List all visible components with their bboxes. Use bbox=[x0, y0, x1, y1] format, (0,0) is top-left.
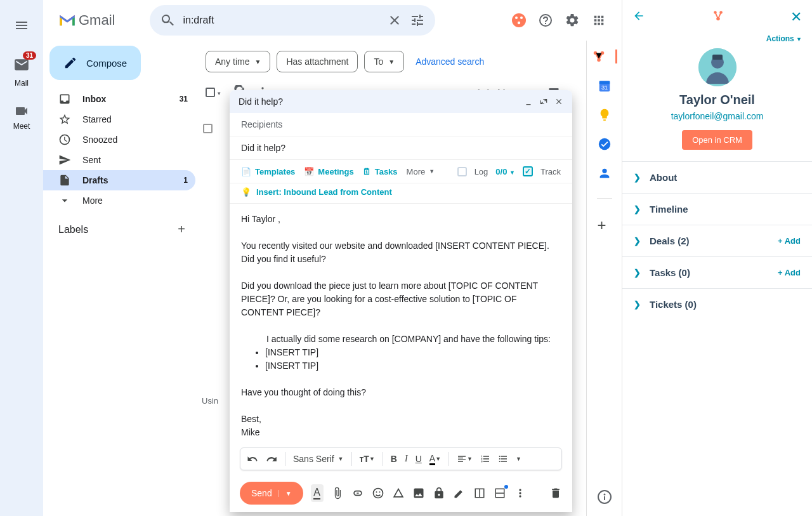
send-button[interactable]: Send▼ bbox=[240, 482, 303, 505]
font-size-icon[interactable]: тT ▼ bbox=[360, 454, 375, 464]
contact-avatar bbox=[698, 48, 737, 86]
svg-rect-20 bbox=[712, 55, 723, 60]
insert-snippet-row[interactable]: 💡 Insert: Inbound Lead from Content bbox=[230, 183, 572, 204]
compose-body[interactable]: Hi Taylor , You recently visited our web… bbox=[230, 204, 572, 442]
compose-header[interactable]: Did it help? bbox=[230, 90, 572, 113]
chip-to[interactable]: To▼ bbox=[364, 51, 404, 72]
add-label-icon[interactable]: + bbox=[178, 222, 185, 237]
link-icon[interactable] bbox=[351, 487, 364, 499]
discard-icon[interactable] bbox=[549, 487, 562, 499]
section-tasks[interactable]: ❯Tasks (0)+ Add bbox=[622, 256, 812, 288]
subject-field[interactable]: Did it help? bbox=[230, 136, 572, 160]
templates-button[interactable]: 📄Templates bbox=[241, 167, 295, 176]
search-input[interactable] bbox=[183, 15, 382, 26]
open-in-crm-button[interactable]: Open in CRM bbox=[682, 130, 752, 150]
tasks-rail-icon[interactable] bbox=[598, 137, 612, 151]
settings-icon[interactable] bbox=[565, 13, 580, 28]
nav-drafts-count: 1 bbox=[183, 176, 188, 185]
hubspot-back-icon[interactable] bbox=[632, 10, 645, 25]
add-task-link[interactable]: + Add bbox=[778, 268, 801, 277]
gmail-logo[interactable]: Gmail bbox=[58, 12, 115, 29]
tasks-button[interactable]: 🗓Tasks bbox=[363, 167, 398, 176]
section-tickets[interactable]: ❯Tickets (0) bbox=[622, 288, 812, 320]
section-timeline[interactable]: ❯Timeline bbox=[622, 193, 812, 225]
add-rail-icon[interactable]: + bbox=[598, 216, 612, 230]
bullet-list-icon[interactable] bbox=[498, 454, 508, 464]
meetings-button[interactable]: 📅Meetings bbox=[304, 167, 353, 176]
chevron-right-icon: ❯ bbox=[634, 236, 641, 246]
nav-drafts[interactable]: Drafts 1 bbox=[43, 170, 195, 190]
attach-icon[interactable] bbox=[331, 487, 344, 499]
image-icon[interactable] bbox=[412, 487, 425, 499]
hamburger-menu[interactable] bbox=[9, 13, 34, 41]
select-caret[interactable] bbox=[215, 88, 221, 97]
nav-sent[interactable]: Sent bbox=[43, 150, 195, 170]
contact-email[interactable]: taylorfoneil@gmail.com bbox=[622, 111, 812, 121]
log-count[interactable]: 0/0 ▼ bbox=[495, 167, 515, 176]
more-compose-icon[interactable] bbox=[514, 487, 527, 499]
compose-button[interactable]: Compose bbox=[49, 46, 141, 80]
drive-icon[interactable] bbox=[392, 487, 405, 499]
select-all-checkbox[interactable] bbox=[206, 88, 215, 97]
chevron-right-icon: ❯ bbox=[634, 300, 641, 309]
format-toggle-icon[interactable]: A bbox=[311, 484, 324, 502]
chip-has-attachment[interactable]: Has attachment bbox=[277, 51, 358, 72]
nav-starred[interactable]: Starred bbox=[43, 109, 195, 129]
more-button[interactable]: More ▼ bbox=[407, 167, 435, 176]
hubspot-rail-icon[interactable] bbox=[592, 50, 617, 63]
contacts-rail-icon[interactable] bbox=[598, 166, 612, 180]
bold-icon[interactable]: B bbox=[391, 454, 397, 464]
font-select[interactable]: Sans Serif ▼ bbox=[293, 454, 344, 464]
keep-rail-icon[interactable] bbox=[598, 108, 612, 122]
recipients-field[interactable]: Recipients bbox=[230, 113, 572, 136]
hubspot-top-icon[interactable] bbox=[511, 13, 527, 28]
layout1-icon[interactable] bbox=[473, 487, 486, 499]
add-deal-link[interactable]: + Add bbox=[778, 236, 801, 246]
search-tune-icon[interactable] bbox=[410, 13, 425, 28]
track-checkbox[interactable] bbox=[523, 166, 533, 176]
rail-meet[interactable]: Meet bbox=[13, 103, 30, 131]
section-about[interactable]: ❯About bbox=[622, 161, 812, 193]
row-checkbox[interactable] bbox=[203, 124, 213, 133]
calendar-rail-icon[interactable]: 31 bbox=[598, 79, 612, 93]
search-box[interactable] bbox=[150, 5, 435, 36]
numbered-list-icon[interactable] bbox=[480, 454, 490, 464]
log-checkbox[interactable] bbox=[457, 167, 467, 176]
format-more-icon[interactable]: ▼ bbox=[516, 456, 521, 462]
redo-icon[interactable] bbox=[266, 453, 277, 465]
signature-icon[interactable] bbox=[453, 487, 466, 499]
chevron-right-icon: ❯ bbox=[634, 173, 641, 182]
nav-more[interactable]: More bbox=[43, 190, 195, 211]
minimize-icon[interactable] bbox=[524, 97, 533, 106]
chevron-down-icon bbox=[58, 194, 71, 207]
section-deals[interactable]: ❯Deals (2)+ Add bbox=[622, 225, 812, 256]
close-compose-icon[interactable] bbox=[554, 97, 563, 106]
log-label: Log bbox=[475, 167, 488, 176]
clear-search-icon[interactable] bbox=[387, 13, 402, 28]
undo-icon[interactable] bbox=[247, 453, 258, 465]
hubspot-actions-dropdown[interactable]: Actions ▼ bbox=[622, 34, 812, 43]
help-icon[interactable] bbox=[538, 13, 553, 28]
underline-icon[interactable]: U bbox=[416, 454, 422, 464]
apps-icon[interactable] bbox=[591, 13, 606, 28]
rail-mail[interactable]: 31 Mail bbox=[13, 56, 30, 88]
emoji-icon[interactable] bbox=[372, 487, 384, 499]
nav-snoozed[interactable]: Snoozed bbox=[43, 129, 195, 150]
info-rail-icon[interactable] bbox=[592, 484, 617, 510]
fullscreen-icon[interactable] bbox=[539, 97, 548, 106]
chip-anytime[interactable]: Any time▼ bbox=[206, 51, 270, 72]
advanced-search-link[interactable]: Advanced search bbox=[416, 56, 484, 67]
text-color-icon[interactable]: A ▼ bbox=[429, 453, 441, 465]
hubspot-close-icon[interactable]: ✕ bbox=[790, 9, 802, 25]
italic-icon[interactable]: I bbox=[405, 454, 408, 464]
rail-meet-label: Meet bbox=[13, 122, 30, 131]
nav-inbox[interactable]: Inbox 31 bbox=[43, 89, 195, 109]
confidential-icon[interactable] bbox=[433, 487, 445, 499]
layout2-icon[interactable] bbox=[494, 487, 506, 499]
svg-point-11 bbox=[598, 138, 610, 150]
search-icon[interactable] bbox=[160, 13, 175, 28]
align-icon[interactable]: ▼ bbox=[457, 454, 473, 464]
send-options-caret[interactable]: ▼ bbox=[278, 490, 292, 497]
compose-window: Did it help? Recipients Did it help? 📄Te… bbox=[230, 90, 572, 512]
nav-inbox-label: Inbox bbox=[82, 94, 180, 104]
